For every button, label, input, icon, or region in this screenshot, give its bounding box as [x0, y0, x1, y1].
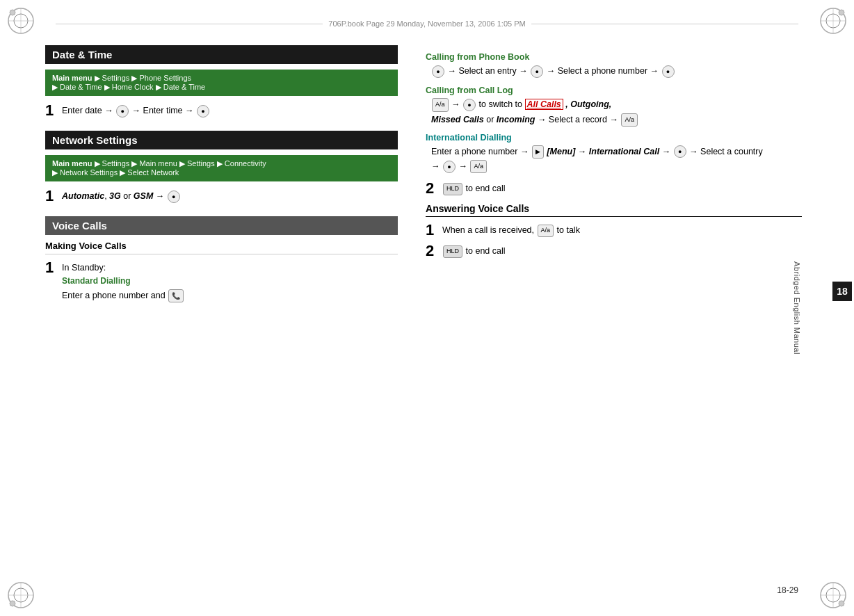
calllog-nav-icon: ● [463, 99, 476, 111]
network-step1: 1 Automatic, 3G or GSM → ● [45, 188, 398, 204]
date-time-section: Date & Time Main menu ▶ Settings ▶ Phone… [45, 45, 398, 118]
network-step-content: Automatic, 3G or GSM → ● [62, 188, 181, 203]
outgoing-text: , Outgoing, [565, 99, 611, 109]
in-standby-text: In Standby: [62, 261, 184, 275]
standard-dialling-label: Standard Dialling [62, 275, 184, 287]
menu-path-line2: ▶ Date & Time ▶ Home Clock ▶ Date & Time [52, 83, 391, 92]
intl-confirm-icon: ● [443, 161, 456, 173]
network-menu-line1: Main menu ▶ Settings ▶ Main menu ▶ Setti… [52, 159, 391, 168]
side-label: Abridged English Manual [793, 261, 801, 355]
svg-point-19 [839, 601, 844, 606]
voice-step1-content: In Standby: Standard Dialling Enter a ph… [62, 260, 184, 302]
all-calls-highlight: All Calls [525, 99, 563, 110]
automatic-text: Automatic [62, 191, 104, 201]
menu-label-text: [Menu] [547, 147, 575, 156]
3g-label: 3G [109, 191, 121, 201]
answering-section: Answering Voice Calls 1 When a call is r… [426, 203, 802, 259]
network-step-number: 1 [45, 188, 58, 204]
right-column: Calling from Phone Book ● → Select an en… [412, 45, 809, 571]
answering-header: Answering Voice Calls [426, 203, 802, 217]
step2-number: 2 [426, 181, 438, 196]
network-menu-path: Main menu ▶ Settings ▶ Main menu ▶ Setti… [45, 155, 398, 181]
network-settings-header: Network Settings [45, 131, 398, 149]
end-call-icon: HLD [443, 183, 462, 195]
voice-step1: 1 In Standby: Standard Dialling Enter a … [45, 260, 398, 302]
end-call-step2: 2 HLD to end call [426, 181, 802, 196]
international-dialling-section: International Dialling Enter a phone num… [426, 133, 802, 175]
calling-calllog-content: A/a → ● to switch to All Calls , Outgoin… [431, 97, 802, 127]
page-number: 18-29 [777, 585, 798, 595]
date-time-step1: 1 Enter date → ● → Enter time → ● [45, 103, 398, 118]
gsm-label: GSM [134, 191, 153, 201]
missed-calls-text: Missed Calls [431, 115, 484, 124]
calllog-btn-icon: A/a [432, 98, 449, 111]
voice-calls-section: Voice Calls Making Voice Calls 1 In Stan… [45, 216, 398, 302]
network-settings-section: Network Settings Main menu ▶ Settings ▶ … [45, 131, 398, 204]
calling-calllog-section: Calling from Call Log A/a → ● to switch … [426, 86, 802, 127]
left-column: Date & Time Main menu ▶ Settings ▶ Phone… [45, 45, 412, 571]
intl-nav-icon: ● [674, 145, 686, 158]
answering-step2: 2 HLD to end call [426, 243, 802, 259]
incoming-text: Incoming [497, 115, 535, 124]
network-main-menu: Main menu [52, 159, 92, 168]
nav-icon: ● [531, 65, 543, 78]
international-heading: International Dialling [426, 133, 802, 143]
print-info-bar: 706P.book Page 29 Monday, November 13, 2… [56, 19, 798, 28]
answering-step2-content: HLD to end call [442, 243, 505, 258]
main-menu-label: Main menu [52, 74, 92, 82]
date-time-header: Date & Time [45, 45, 398, 64]
making-voice-calls-subheader: Making Voice Calls [45, 241, 398, 254]
confirm-button-icon: ● [197, 105, 209, 117]
svg-point-4 [10, 10, 15, 15]
svg-point-14 [10, 601, 15, 606]
intl-end-icon: A/a [470, 160, 487, 173]
step2-content: HLD to end call [442, 181, 505, 195]
phonebook-icon: ● [432, 65, 444, 78]
answering-step1-number: 1 [426, 222, 438, 238]
corner-decoration-tr [819, 7, 847, 35]
answering-step2-number: 2 [426, 243, 438, 259]
print-info-text: 706P.book Page 29 Monday, November 13, 2… [328, 19, 525, 28]
enter-number-text: Enter a phone number and 📞 [62, 289, 184, 302]
intl-call-text: International Call [589, 147, 659, 156]
date-time-menu-path: Main menu ▶ Settings ▶ Phone Settings ▶ … [45, 70, 398, 96]
network-menu-line2: ▶ Network Settings ▶ Select Network [52, 168, 391, 177]
corner-decoration-br [819, 581, 847, 609]
call-confirm-icon: ● [662, 65, 675, 78]
calling-phonebook-content: ● → Select an entry → ● → Select a phone… [431, 64, 802, 79]
corner-decoration-bl [7, 581, 35, 609]
svg-point-9 [839, 10, 844, 15]
step1-content: Enter date → ● → Enter time → ● [62, 103, 210, 117]
talk-btn-icon: A/a [538, 225, 554, 237]
select-icon: ● [168, 191, 180, 203]
calllog-confirm-icon: A/a [621, 113, 638, 127]
corner-decoration-tl [7, 7, 35, 35]
ok-button-icon: ● [116, 105, 129, 117]
page-badge: 18 [832, 282, 852, 301]
international-content: Enter a phone number → ▶ [Menu] → Intern… [431, 145, 802, 175]
voice-calls-header: Voice Calls [45, 216, 398, 235]
calling-phonebook-heading: Calling from Phone Book [426, 52, 802, 62]
calling-phonebook-section: Calling from Phone Book ● → Select an en… [426, 52, 802, 79]
answering-end-icon: HLD [443, 245, 462, 258]
menu-icon: ▶ [532, 145, 544, 159]
call-button-icon: 📞 [168, 289, 184, 302]
step-number-1: 1 [45, 103, 58, 118]
answering-step1-content: When a call is received, A/a to talk [442, 222, 580, 237]
calling-calllog-heading: Calling from Call Log [426, 86, 802, 95]
answering-step1: 1 When a call is received, A/a to talk [426, 222, 802, 238]
voice-step-number-1: 1 [45, 260, 58, 275]
menu-path-line1: Main menu ▶ Settings ▶ Phone Settings [52, 74, 391, 83]
